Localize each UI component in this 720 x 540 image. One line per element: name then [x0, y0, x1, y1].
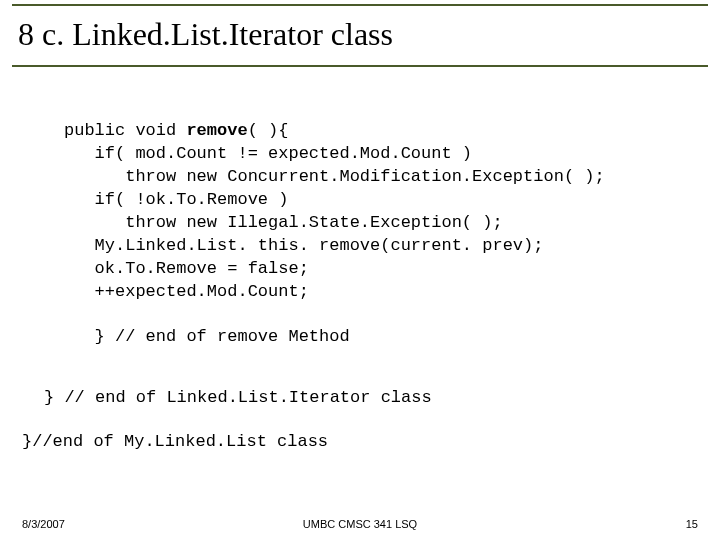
- code-line-3: throw new Concurrent.Modification.Except…: [64, 167, 605, 186]
- code-closer-2: }//end of My.Linked.List class: [22, 432, 328, 451]
- code-line-6: My.Linked.List. this. remove(current. pr…: [64, 236, 543, 255]
- code-line-1a: public void: [64, 121, 186, 140]
- code-line-1b: remove: [186, 121, 247, 140]
- slide: 8 c. Linked.List.Iterator class public v…: [0, 0, 720, 540]
- footer-page-number: 15: [686, 518, 698, 530]
- code-line-1c: ( ){: [248, 121, 289, 140]
- code-line-8: ++expected.Mod.Count;: [64, 282, 309, 301]
- code-line-10: } // end of remove Method: [64, 327, 350, 346]
- code-line-4: if( !ok.To.Remove ): [64, 190, 288, 209]
- code-line-7: ok.To.Remove = false;: [64, 259, 309, 278]
- footer-center: UMBC CMSC 341 LSQ: [0, 518, 720, 530]
- code-block: public void remove( ){ if( mod.Count != …: [64, 120, 704, 349]
- code-closer-1: } // end of Linked.List.Iterator class: [44, 388, 432, 407]
- title-box: 8 c. Linked.List.Iterator class: [12, 4, 708, 67]
- slide-title: 8 c. Linked.List.Iterator class: [18, 16, 702, 53]
- code-line-2: if( mod.Count != expected.Mod.Count ): [64, 144, 472, 163]
- code-line-5: throw new Illegal.State.Exception( );: [64, 213, 503, 232]
